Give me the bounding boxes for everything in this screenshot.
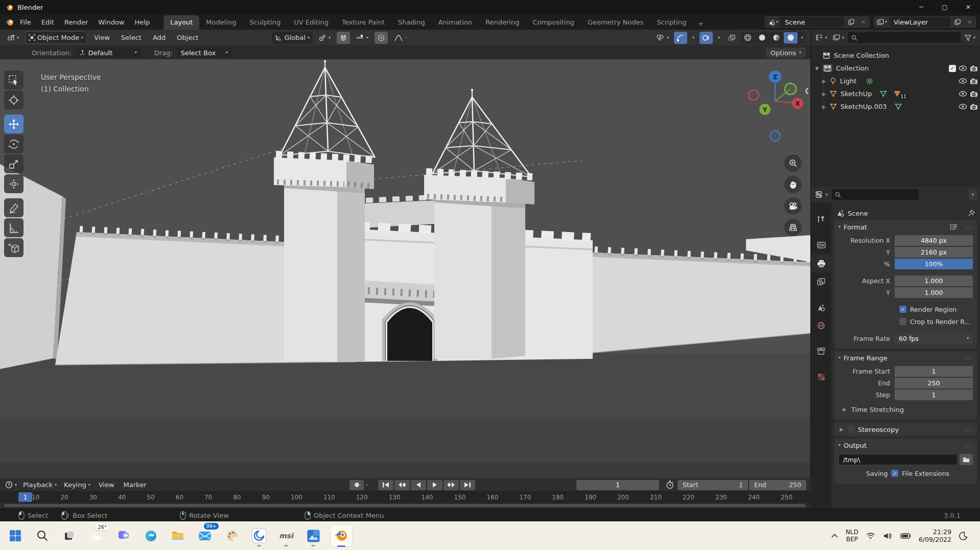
viewport-3d[interactable]: User Perspective (1) Collection — [0, 59, 811, 478]
browse-scene-button[interactable]: ▾ — [765, 17, 781, 27]
crop-render-region-checkbox[interactable] — [899, 318, 906, 325]
viewport-camera-button[interactable] — [784, 197, 802, 215]
timeline-scrollbar[interactable] — [0, 503, 811, 509]
camera-visibility-toggle[interactable] — [970, 104, 978, 110]
shading-material-button[interactable] — [769, 32, 783, 43]
output-panel-header[interactable]: ▾ Output ∷∷ — [834, 439, 977, 452]
tool-measure[interactable] — [4, 218, 24, 237]
output-path-field[interactable]: /tmp\ — [838, 454, 958, 465]
browse-folder-button[interactable] — [960, 454, 973, 465]
properties-options-dropdown[interactable]: ▾ — [969, 189, 977, 200]
expand-arrow-icon[interactable]: ▶ — [821, 91, 827, 97]
gizmo-axis-pos-y-back[interactable] — [785, 83, 796, 95]
language-indicator[interactable]: NLD BEP — [846, 529, 858, 543]
outliner-row-sketchup[interactable]: ▶ SketchUp 11 — [814, 87, 978, 100]
properties-search-input[interactable] — [832, 189, 919, 200]
frame-end-field[interactable]: 250 — [895, 378, 973, 388]
delete-scene-button[interactable]: ✕ — [857, 17, 869, 27]
timeline-marker-menu[interactable]: Marker — [120, 479, 151, 491]
expand-arrow-icon[interactable]: ▶ — [821, 79, 827, 84]
navigation-gizmo[interactable]: Z X Y — [746, 68, 804, 145]
mail-button[interactable]: 99+ — [195, 525, 215, 546]
menu-edit[interactable]: Edit — [37, 16, 59, 28]
tab-scene-properties[interactable] — [811, 298, 831, 316]
file-explorer-button[interactable] — [168, 525, 188, 546]
pinned-app-button[interactable] — [249, 525, 269, 546]
tab-world-properties[interactable] — [811, 316, 831, 335]
tab-layout[interactable]: Layout — [164, 15, 199, 30]
new-scene-button[interactable] — [845, 17, 857, 27]
timeline-ruler[interactable]: 1020 3040 5060 7080 90100 110120 130140 … — [0, 492, 811, 503]
mode-selector[interactable]: Object Mode ▾ — [25, 31, 87, 44]
volume-icon[interactable] — [883, 532, 892, 540]
gizmo-axis-neg-z[interactable] — [770, 131, 780, 141]
breadcrumb-scene[interactable]: Scene — [848, 210, 868, 217]
proportional-editing-toggle[interactable] — [375, 32, 388, 44]
tool-add-cube[interactable] — [4, 238, 24, 257]
file-extensions-checkbox[interactable]: ✓ — [891, 470, 898, 477]
menu-object[interactable]: Object — [173, 32, 202, 43]
camera-visibility-toggle[interactable] — [970, 65, 978, 72]
shading-wireframe-button[interactable] — [741, 32, 755, 43]
orientation-dropdown[interactable]: Default ▾ — [76, 48, 141, 58]
msi-center-button[interactable]: msi — [276, 525, 296, 546]
wifi-icon[interactable] — [866, 532, 875, 539]
tab-render-properties[interactable] — [811, 236, 831, 254]
snap-with-dropdown[interactable]: ▾ — [353, 32, 371, 44]
stereoscopy-panel-header[interactable]: ▶ Stereoscopy ∷∷ — [834, 423, 977, 436]
tab-modeling[interactable]: Modeling — [199, 15, 243, 30]
collection-exclude-checkbox[interactable]: ✓ — [949, 65, 956, 72]
tool-transform[interactable] — [4, 174, 24, 193]
overlays-dropdown[interactable]: ▾ — [715, 32, 723, 44]
tab-shading[interactable]: Shading — [391, 15, 432, 30]
tab-output-properties[interactable] — [811, 254, 831, 272]
hide-eye-toggle[interactable] — [959, 104, 967, 109]
shading-rendered-button[interactable] — [784, 32, 798, 43]
panel-drag-grip[interactable]: ∷∷ — [965, 355, 973, 361]
menu-render[interactable]: Render — [60, 16, 92, 28]
scene-name[interactable]: Scene — [781, 18, 845, 26]
properties-editor-type-button[interactable]: ▾ — [814, 189, 829, 201]
viewport-3d-canvas[interactable] — [0, 59, 811, 478]
menu-window[interactable]: Window — [94, 16, 129, 28]
widgets-weather-button[interactable]: 26° — [86, 525, 107, 546]
viewport-zoom-button[interactable] — [784, 154, 802, 172]
camera-visibility-toggle[interactable] — [970, 78, 978, 84]
collapse-arrow-icon[interactable]: ▼ — [814, 66, 820, 71]
scrollbar-thumb[interactable] — [4, 504, 806, 507]
aspect-y-field[interactable]: 1.000 — [895, 287, 973, 298]
snap-toggle[interactable] — [337, 32, 350, 44]
viewport-pan-button[interactable] — [784, 176, 802, 193]
show-object-types-dropdown[interactable]: ▾ — [653, 32, 672, 44]
hide-eye-toggle[interactable] — [959, 78, 967, 84]
search-button[interactable] — [32, 525, 53, 546]
editor-type-button[interactable]: ▾ — [4, 32, 22, 44]
tab-animation[interactable]: Animation — [432, 15, 479, 30]
tab-geometry-nodes[interactable]: Geometry Nodes — [581, 15, 650, 30]
gizmos-toggle[interactable] — [674, 32, 687, 44]
viewlayer-name[interactable]: ViewLayer — [890, 18, 951, 26]
hide-eye-toggle[interactable] — [959, 65, 967, 71]
end-frame-field[interactable]: End 250 — [749, 480, 806, 490]
resolution-x-field[interactable]: 4840 px — [895, 235, 973, 246]
teams-chat-button[interactable] — [113, 525, 134, 546]
play-button[interactable] — [427, 480, 442, 490]
format-presets-icon[interactable] — [950, 224, 958, 230]
resolution-y-field[interactable]: 2160 px — [895, 247, 973, 258]
tool-annotate[interactable] — [4, 198, 24, 217]
drag-dropdown[interactable]: Select Box ▾ — [177, 48, 232, 58]
overlays-toggle[interactable] — [699, 32, 713, 44]
tab-object-properties[interactable] — [811, 342, 831, 360]
outliner-display-mode-button[interactable]: ▾ — [831, 32, 846, 44]
clock[interactable]: 21:29 6/09/2022 — [919, 528, 951, 543]
outliner-row-scene-collection[interactable]: Scene Collection — [814, 49, 978, 62]
transform-orientation-dropdown[interactable]: Global ▾ — [272, 32, 313, 44]
render-region-checkbox[interactable]: ✓ — [899, 306, 906, 313]
time-stretching-subpanel[interactable]: ▶ Time Stretching — [834, 403, 977, 416]
proportional-falloff-dropdown[interactable]: ▾ — [391, 32, 410, 44]
menu-select[interactable]: Select — [117, 32, 146, 43]
task-view-button[interactable] — [59, 525, 80, 546]
tab-view-layer-properties[interactable] — [811, 272, 831, 291]
frame-rate-dropdown[interactable]: 60 fps▾ — [895, 333, 973, 344]
tool-select-box[interactable] — [4, 71, 24, 89]
